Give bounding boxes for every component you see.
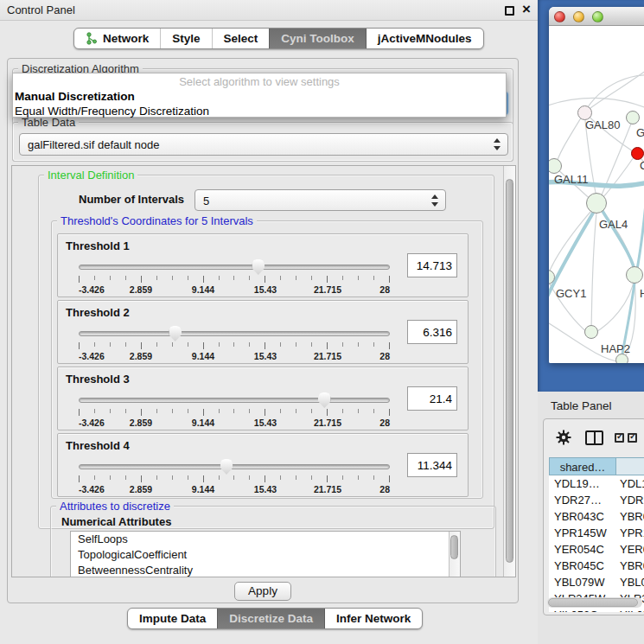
column-header-name[interactable]: na (616, 457, 644, 475)
tick-label: 15.43 (254, 418, 277, 428)
slider-thumb[interactable] (169, 326, 182, 341)
network-node-top-right[interactable] (626, 111, 640, 124)
numerical-attributes-label: Numerical Attributes (61, 515, 171, 528)
stepper-icon[interactable] (431, 194, 439, 207)
apply-button[interactable]: Apply (234, 582, 291, 601)
tab-impute-data[interactable]: Impute Data (128, 609, 217, 628)
column-header-shared-name[interactable]: shared… (549, 457, 616, 475)
tick-label: -3.426 (79, 484, 105, 494)
tab-label: Style (172, 32, 200, 45)
tick-label: 9.144 (192, 284, 214, 295)
tab-label: Discretize Data (229, 612, 313, 625)
thresholds-title: Threshold's Coordinates for 5 Intervals (57, 214, 257, 227)
slider-track[interactable] (79, 398, 390, 403)
threshold-4-slider[interactable]: -3.426 2.859 9.144 15.43 21.715 28 (79, 460, 390, 496)
tab-jactivemnodules[interactable]: jActiveMNodules (366, 29, 483, 48)
network-icon (86, 32, 98, 45)
network-node-h[interactable] (626, 266, 643, 284)
table-row[interactable]: YBR045CYBR04 (549, 558, 644, 574)
table-panel: Table Panel (538, 392, 644, 644)
threshold-1-panel: Threshold 1 -3.426 2.859 9.144 (57, 233, 469, 297)
slider-thumb[interactable] (220, 459, 233, 475)
threshold-2-slider[interactable]: -3.426 2.859 9.144 15.43 21.715 28 (79, 327, 390, 363)
threshold-3-value-field[interactable] (407, 386, 457, 411)
network-node-selected-red[interactable] (631, 147, 644, 160)
table-row[interactable]: YER054CYER05 (549, 541, 644, 558)
slider-tick-labels: -3.426 2.859 9.144 15.43 21.715 28 (79, 284, 390, 295)
network-view-window: GAL80 GA C GAL11 GAL4 GCY1 H HAP2 (549, 7, 644, 363)
tick-label: -3.426 (79, 418, 105, 428)
tab-network[interactable]: Network (74, 29, 160, 48)
slider-track[interactable] (79, 265, 390, 270)
slider-track[interactable] (79, 331, 390, 336)
tab-style[interactable]: Style (160, 29, 211, 48)
slider-thumb[interactable] (318, 392, 331, 408)
float-window-icon[interactable] (505, 6, 514, 16)
attributes-group: Attributes to discretize Numerical Attri… (50, 506, 496, 577)
tab-infer-network[interactable]: Infer Network (324, 609, 422, 628)
slider-thumb[interactable] (252, 259, 265, 275)
tab-label: Select (224, 32, 258, 45)
threshold-3-slider[interactable]: -3.426 2.859 9.144 15.43 21.715 28 (79, 393, 390, 430)
threshold-3-label: Threshold 3 (66, 373, 130, 386)
threshold-2-panel: Threshold 2 -3.426 2.859 9.144 (57, 300, 469, 364)
table-row[interactable]: YBL079WYBL07 (549, 574, 644, 590)
table-row[interactable]: YPR145WYPR14 (549, 525, 644, 541)
list-item[interactable]: BetweennessCentrality (71, 563, 460, 577)
tab-label: Cyni Toolbox (281, 32, 354, 45)
close-icon[interactable]: × (520, 1, 533, 18)
node-label: GAL80 (585, 118, 620, 131)
node-label: HAP2 (601, 342, 630, 355)
tab-discretize-data[interactable]: Discretize Data (217, 609, 324, 628)
table-row[interactable]: YDR27…YDR27 (549, 492, 644, 508)
panel-title: Control Panel (7, 3, 75, 16)
zoom-traffic-light-icon[interactable] (592, 11, 603, 22)
threshold-2-label: Threshold 2 (66, 306, 130, 319)
node-label: H (640, 287, 644, 300)
network-window-titlebar (549, 7, 644, 26)
popup-option-manual-discretization[interactable]: Manual Discretization (13, 89, 506, 104)
list-scrollbar[interactable] (449, 532, 460, 577)
threshold-1-value-field[interactable] (407, 253, 457, 277)
control-panel-titlebar: Control Panel × (0, 0, 538, 21)
number-of-intervals-combobox[interactable]: 5 (194, 189, 446, 211)
tab-select[interactable]: Select (212, 29, 270, 48)
tab-cyni-toolbox[interactable]: Cyni Toolbox (269, 29, 366, 48)
stepper-icon[interactable] (494, 138, 501, 150)
split-view-icon[interactable] (585, 430, 603, 445)
horizontal-scrollbar[interactable] (547, 597, 642, 608)
node-label: GAL4 (599, 218, 628, 231)
tick-label: 2.859 (130, 484, 152, 494)
network-canvas[interactable]: GAL80 GA C GAL11 GAL4 GCY1 H HAP2 (549, 26, 644, 363)
table-data-combobox[interactable]: galFiltered.sif default node (19, 133, 508, 156)
table-row[interactable]: YBR043CYBR04 (549, 508, 644, 525)
list-item[interactable]: TopologicalCoefficient (71, 547, 460, 563)
tick-label: 21.715 (314, 284, 341, 295)
threshold-1-label: Threshold 1 (66, 239, 130, 252)
threshold-1-slider[interactable]: -3.426 2.859 9.144 15.43 21.715 28 (79, 260, 390, 296)
top-tab-bar: Network Style Select Cyni Toolbox jActiv… (73, 28, 484, 49)
tick-label: 9.144 (192, 418, 214, 428)
list-item[interactable]: SelfLoops (71, 532, 460, 547)
table-header-row: shared… na (549, 457, 644, 475)
network-node-hap2[interactable] (584, 325, 598, 339)
minimize-traffic-light-icon[interactable] (573, 11, 584, 22)
table-row[interactable]: YDL19…YDL19 (549, 475, 644, 492)
threshold-2-value-field[interactable] (407, 320, 457, 344)
network-node-gal4[interactable] (586, 193, 607, 214)
popup-option-equal-width-frequency[interactable]: Equal Width/Frequency Discretization (13, 104, 506, 118)
tick-label: 15.43 (254, 284, 277, 295)
close-traffic-light-icon[interactable] (554, 11, 565, 22)
thresholds-group: Threshold's Coordinates for 5 Intervals … (51, 220, 483, 499)
table-data-value: galFiltered.sif default node (28, 138, 159, 151)
gear-icon[interactable] (556, 430, 571, 445)
table-data-group: Table Data galFiltered.sif default node (12, 122, 513, 162)
checkbox-icon[interactable]: ✓ (628, 433, 637, 443)
threshold-4-value-field[interactable] (407, 453, 457, 477)
slider-track[interactable] (79, 464, 390, 469)
tick-label: 15.43 (254, 484, 277, 494)
checkbox-icon[interactable]: ✓ (615, 433, 624, 443)
table-rows: YDL19…YDL19 YDR27…YDR27 YBR043CYBR04 YPR… (549, 475, 644, 612)
popup-hint: Select algorithm to view settings (13, 73, 506, 89)
panel-scrollbar[interactable] (503, 166, 515, 577)
